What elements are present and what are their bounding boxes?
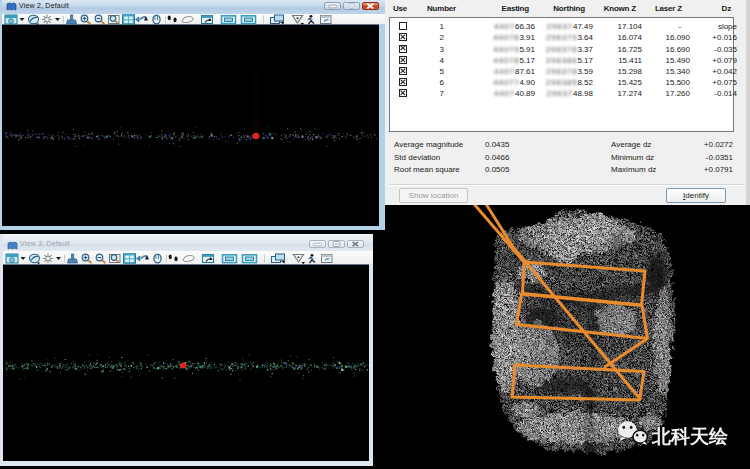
svg-text:北科天绘: 北科天绘 [651, 426, 729, 447]
